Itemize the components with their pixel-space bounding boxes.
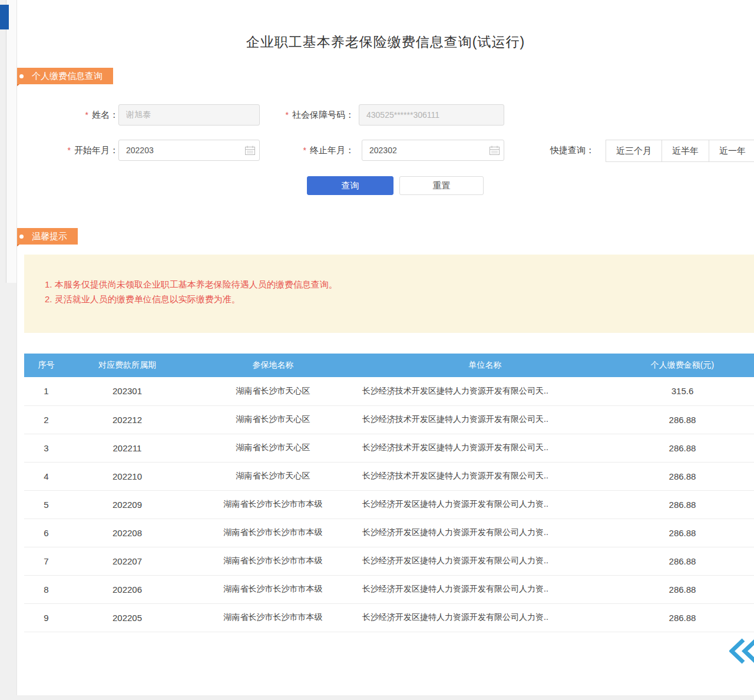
cell-company: 长沙经济开发区捷特人力资源开发有限公司人力资..: [360, 603, 610, 632]
query-button[interactable]: 查询: [307, 176, 393, 195]
table-row: 9 202205 湖南省长沙市长沙市市本级 长沙经济开发区捷特人力资源开发有限公…: [24, 603, 754, 632]
end-month-field-wrap: [362, 140, 504, 161]
cell-place: 湖南省长沙市长沙市市本级: [186, 519, 360, 547]
quick-query-group: 近三个月 近半年 近一年: [606, 140, 754, 162]
col-header-period: 对应费款所属期: [68, 354, 186, 377]
page-title: 企业职工基本养老保险缴费信息查询(试运行): [17, 33, 754, 51]
cell-period: 202207: [68, 547, 186, 575]
cell-amount: 286.88: [610, 547, 754, 575]
col-header-amount: 个人缴费金额(元): [610, 354, 754, 377]
double-left-chevron-icon[interactable]: [729, 638, 754, 665]
cell-place: 湖南省长沙市天心区: [186, 405, 360, 434]
cell-place: 湖南省长沙市长沙市市本级: [186, 547, 360, 575]
table-row: 5 202209 湖南省长沙市长沙市市本级 长沙经济开发区捷特人力资源开发有限公…: [24, 490, 754, 519]
tips-line-2: 2. 灵活就业人员的缴费单位信息以实际缴费为准。: [45, 292, 754, 306]
cell-seq: 5: [24, 490, 68, 519]
cell-amount: 286.88: [610, 603, 754, 632]
cell-company: 长沙经济开发区捷特人力资源开发有限公司人力资..: [360, 547, 610, 575]
quick-query-label: 快捷查询：: [550, 140, 600, 161]
cell-company: 长沙经济技术开发区捷特人力资源开发有限公司天..: [360, 434, 610, 462]
ssn-field[interactable]: [359, 104, 504, 126]
start-month-field-wrap: [118, 140, 260, 161]
cell-company: 长沙经济技术开发区捷特人力资源开发有限公司天..: [360, 377, 610, 405]
cell-period: 202205: [68, 603, 186, 632]
cell-seq: 1: [24, 377, 68, 405]
ssn-label: *社会保障号码：: [272, 104, 354, 126]
col-header-seq: 序号: [24, 354, 68, 377]
cell-place: 湖南省长沙市天心区: [186, 462, 360, 490]
ssn-field-wrap: [359, 104, 504, 126]
section-badge-personal-payment-query: 个人缴费信息查询: [16, 68, 113, 84]
required-mark: *: [286, 110, 289, 120]
cell-seq: 9: [24, 603, 68, 632]
tips-notice-box: 1. 本服务仅提供尚未领取企业职工基本养老保险待遇人员的缴费信息查询。 2. 灵…: [24, 255, 754, 333]
quick-btn-last-3-months[interactable]: 近三个月: [606, 140, 662, 162]
cell-company: 长沙经济技术开发区捷特人力资源开发有限公司天..: [360, 405, 610, 434]
cell-place: 湖南省长沙市天心区: [186, 377, 360, 405]
end-month-field[interactable]: [362, 140, 504, 161]
cell-period: 202208: [68, 519, 186, 547]
col-header-company: 单位名称: [360, 354, 610, 377]
cell-company: 长沙经济开发区捷特人力资源开发有限公司人力资..: [360, 575, 610, 603]
cell-company: 长沙经济开发区捷特人力资源开发有限公司人力资..: [360, 490, 610, 519]
cell-period: 202212: [68, 405, 186, 434]
required-mark: *: [303, 146, 306, 155]
cell-amount: 286.88: [610, 490, 754, 519]
name-field[interactable]: [118, 104, 260, 126]
cell-amount: 286.88: [610, 434, 754, 462]
cell-period: 202210: [68, 462, 186, 490]
name-label-text: 姓名：: [92, 110, 118, 120]
end-month-label-text: 终止年月：: [310, 145, 354, 155]
cell-period: 202209: [68, 490, 186, 519]
required-mark: *: [68, 146, 71, 155]
table-row: 8 202206 湖南省长沙市长沙市市本级 长沙经济开发区捷特人力资源开发有限公…: [24, 575, 754, 603]
form-row-2: *开始年月： *终止年月： 快捷查询： 近三个月: [17, 140, 754, 161]
left-rail: [0, 0, 16, 700]
section-badge-label: 个人缴费信息查询: [32, 71, 102, 82]
col-header-place: 参保地名称: [186, 354, 360, 377]
bullet-dot-icon: [19, 74, 24, 78]
cell-period: 202206: [68, 575, 186, 603]
table-row: 1 202301 湖南省长沙市天心区 长沙经济技术开发区捷特人力资源开发有限公司…: [24, 377, 754, 405]
tips-line-1: 1. 本服务仅提供尚未领取企业职工基本养老保险待遇人员的缴费信息查询。: [45, 277, 754, 292]
cell-company: 长沙经济技术开发区捷特人力资源开发有限公司天..: [360, 462, 610, 490]
rail-strip: [6, 0, 16, 283]
cell-seq: 2: [24, 405, 68, 434]
form-row-1: *姓名： *社会保障号码：: [17, 104, 754, 126]
table-row: 7 202207 湖南省长沙市长沙市市本级 长沙经济开发区捷特人力资源开发有限公…: [24, 547, 754, 575]
quick-btn-last-half-year[interactable]: 近半年: [662, 140, 709, 162]
cell-seq: 8: [24, 575, 68, 603]
table-row: 6 202208 湖南省长沙市长沙市市本级 长沙经济开发区捷特人力资源开发有限公…: [24, 519, 754, 547]
cell-seq: 3: [24, 434, 68, 462]
cell-seq: 7: [24, 547, 68, 575]
calendar-icon[interactable]: [245, 146, 255, 155]
start-month-field[interactable]: [118, 140, 260, 161]
end-month-label: *终止年月：: [292, 140, 354, 161]
cell-place: 湖南省长沙市长沙市市本级: [186, 490, 360, 519]
main-panel: 企业职工基本养老保险缴费信息查询(试运行) 个人缴费信息查询 *姓名： *社会保…: [16, 0, 754, 695]
table-body: 1 202301 湖南省长沙市天心区 长沙经济技术开发区捷特人力资源开发有限公司…: [24, 377, 754, 632]
table-row: 4 202210 湖南省长沙市天心区 长沙经济技术开发区捷特人力资源开发有限公司…: [24, 462, 754, 490]
name-label: *姓名：: [71, 104, 118, 126]
cell-amount: 286.88: [610, 405, 754, 434]
table-header: 序号 对应费款所属期 参保地名称 单位名称 个人缴费金额(元): [24, 354, 754, 377]
cell-amount: 286.88: [610, 519, 754, 547]
section-badge-label: 温馨提示: [32, 231, 67, 242]
cell-place: 湖南省长沙市长沙市市本级: [186, 603, 360, 632]
cell-seq: 4: [24, 462, 68, 490]
cell-amount: 286.88: [610, 575, 754, 603]
calendar-icon[interactable]: [490, 146, 500, 155]
cell-period: 202211: [68, 434, 186, 462]
table-row: 2 202212 湖南省长沙市天心区 长沙经济技术开发区捷特人力资源开发有限公司…: [24, 405, 754, 434]
reset-button[interactable]: 重置: [399, 176, 484, 195]
bullet-dot-icon: [19, 235, 24, 239]
cell-place: 湖南省长沙市天心区: [186, 434, 360, 462]
table-row: 3 202211 湖南省长沙市天心区 长沙经济技术开发区捷特人力资源开发有限公司…: [24, 434, 754, 462]
section-badge-tips: 温馨提示: [16, 228, 78, 245]
sidebar-tab[interactable]: [0, 5, 9, 29]
quick-btn-last-year[interactable]: 近一年: [709, 140, 754, 162]
cell-seq: 6: [24, 519, 68, 547]
cell-period: 202301: [68, 377, 186, 405]
payment-records-table: 序号 对应费款所属期 参保地名称 单位名称 个人缴费金额(元) 1 202301…: [24, 354, 754, 632]
name-field-wrap: [118, 104, 260, 126]
